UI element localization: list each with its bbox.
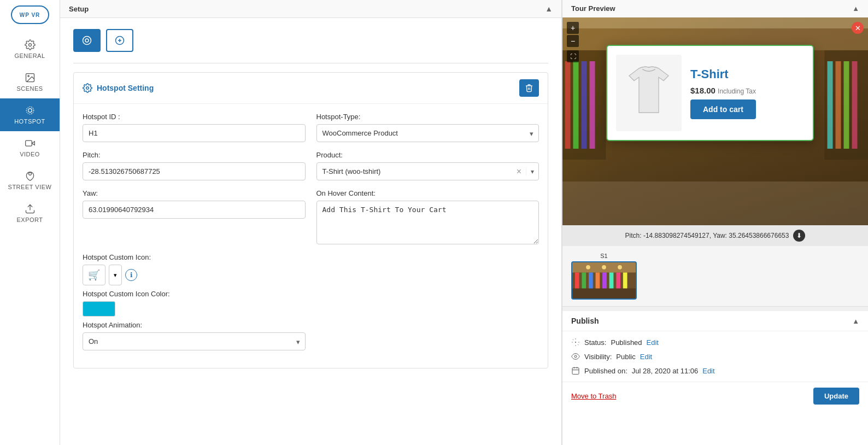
trash-icon: [525, 84, 533, 92]
yaw-label: Yaw:: [83, 189, 306, 197]
sidebar-item-hotspot[interactable]: HOTSPOT: [0, 98, 60, 131]
hotspot-edit-button[interactable]: [73, 29, 101, 52]
status-icon: [571, 338, 580, 347]
pitch-input[interactable]: [83, 162, 306, 180]
custom-icon-color-field: Hotspot Custom Icon Color:: [83, 290, 306, 317]
svg-point-14: [86, 87, 89, 90]
product-label: Product:: [316, 151, 539, 159]
published-label: Published on:: [584, 367, 627, 375]
svg-marker-6: [32, 142, 34, 145]
svg-rect-19: [573, 61, 579, 149]
hotspot-type-select[interactable]: WooCommerce Product Info Link Scene: [316, 124, 539, 142]
svg-line-46: [578, 344, 578, 345]
scene-label: S1: [571, 253, 637, 259]
svg-rect-30: [572, 289, 636, 299]
animation-select[interactable]: On Off: [83, 332, 306, 350]
gear-icon: [25, 39, 36, 50]
pitch-yaw-text: Pitch: -14.883098274549127, Yaw: 35.2645…: [625, 232, 789, 239]
scene-thumbnail[interactable]: S1: [571, 253, 637, 300]
product-select-wrapper: T-Shirt (woo-tshirt) × ▾: [316, 162, 539, 180]
hotspot-setting-section: Hotspot Setting Hotspot ID : Ho: [73, 72, 548, 368]
svg-point-10: [85, 39, 89, 42]
color-swatch[interactable]: [83, 301, 115, 317]
status-label: Status:: [584, 338, 606, 347]
video-icon: [25, 138, 36, 149]
sidebar-item-general[interactable]: GENERAL: [0, 33, 60, 66]
icon-info-button[interactable]: ℹ: [125, 269, 137, 281]
sidebar-item-label: VIDEO: [20, 151, 40, 157]
published-value: Jul 28, 2020 at 11:06: [632, 367, 698, 375]
animation-select-wrapper: On Off ▾: [83, 332, 306, 350]
product-clear-button[interactable]: ×: [512, 167, 526, 177]
svg-rect-26: [852, 61, 858, 149]
hotspot-delete-button[interactable]: [519, 79, 539, 97]
hotspot-section-title-text: Hotspot Setting: [97, 84, 154, 92]
setup-panel: Setup ▲ Hotspot Setting: [60, 0, 562, 445]
sidebar-item-video[interactable]: VIDEO: [0, 131, 60, 164]
hotspot-icon: [25, 105, 36, 116]
product-card-close-button[interactable]: ✕: [852, 22, 864, 34]
pitch-field: Pitch:: [83, 151, 306, 180]
form-row-icon: Hotspot Custom Icon: 🛒 ▾ ℹ: [83, 253, 539, 285]
published-edit-link[interactable]: Edit: [702, 367, 714, 375]
on-hover-label: On Hover Content:: [316, 189, 539, 197]
product-card-info: T-Shirt $18.00 Including Tax Add to cart: [690, 55, 756, 131]
pitch-yaw-bar: Pitch: -14.883098274549127, Yaw: 35.2645…: [562, 225, 868, 246]
sidebar-item-label: HOTSPOT: [14, 118, 45, 125]
publish-body: Status: Published Edit Visibility: Publi…: [562, 331, 868, 382]
product-price: $18.00 Including Tax: [690, 86, 756, 95]
publish-date-row: Published on: Jul 28, 2020 at 11:06 Edit: [571, 366, 859, 375]
sidebar-item-street-view[interactable]: STREET VIEW: [0, 164, 60, 197]
form-row-1: Hotspot ID : Hotspot-Type: WooCommerce P…: [83, 113, 539, 142]
custom-icon-field: Hotspot Custom Icon: 🛒 ▾ ℹ: [83, 253, 306, 285]
zoom-out-button[interactable]: −: [567, 35, 579, 47]
svg-rect-27: [562, 181, 868, 225]
product-field: Product: T-Shirt (woo-tshirt) × ▾: [316, 151, 539, 180]
product-card: T-Shirt $18.00 Including Tax Add to cart: [606, 45, 814, 141]
export-icon: [25, 203, 36, 214]
svg-point-2: [27, 75, 29, 77]
publish-header[interactable]: Publish ▲: [562, 311, 868, 331]
visibility-label: Visibility:: [584, 353, 612, 361]
setup-collapse-button[interactable]: ▲: [545, 4, 553, 13]
status-edit-link[interactable]: Edit: [647, 338, 659, 347]
product-dropdown-arrow[interactable]: ▾: [526, 168, 538, 175]
svg-rect-24: [836, 61, 841, 149]
scene-image-content: [572, 262, 636, 298]
visibility-edit-link[interactable]: Edit: [640, 353, 652, 361]
sidebar-item-label: EXPORT: [16, 216, 43, 223]
custom-icon-color-label: Hotspot Custom Icon Color:: [83, 290, 306, 298]
svg-rect-20: [582, 61, 587, 149]
icon-dropdown-button[interactable]: ▾: [109, 265, 122, 285]
settings-icon: [83, 83, 92, 93]
publish-collapse-icon: ▲: [852, 317, 859, 325]
hotspot-toolbar: [73, 29, 548, 52]
svg-point-3: [28, 109, 32, 113]
sidebar-item-scenes[interactable]: SCENES: [0, 66, 60, 98]
hotspot-add-button[interactable]: [106, 29, 133, 52]
setup-content: Hotspot Setting Hotspot ID : Ho: [60, 18, 561, 445]
zoom-in-button[interactable]: +: [567, 22, 579, 34]
tour-preview-collapse[interactable]: ▲: [852, 4, 859, 13]
hotspot-form: Hotspot ID : Hotspot-Type: WooCommerce P…: [74, 104, 548, 368]
product-name: T-Shirt: [690, 67, 756, 81]
svg-point-42: [575, 342, 576, 342]
icon-preview[interactable]: 🛒: [83, 265, 105, 285]
sidebar-item-label: GENERAL: [14, 52, 45, 59]
sidebar-item-export[interactable]: EXPORT: [0, 197, 60, 230]
update-button[interactable]: Update: [813, 388, 859, 405]
svg-rect-37: [616, 273, 620, 289]
yaw-input[interactable]: [83, 201, 306, 219]
pitch-yaw-icon: ⬇: [793, 230, 805, 242]
fullscreen-button[interactable]: ⛶: [567, 50, 579, 62]
on-hover-textarea[interactable]: Add This T-Shirt To Your Cart: [316, 201, 539, 244]
svg-rect-18: [565, 61, 571, 149]
svg-rect-33: [589, 273, 593, 289]
svg-rect-38: [623, 273, 627, 289]
form-row-animation: Hotspot Animation: On Off ▾: [83, 321, 539, 350]
move-to-trash-button[interactable]: Move to Trash: [571, 392, 616, 400]
add-to-cart-button[interactable]: Add to cart: [690, 99, 756, 119]
hotspot-type-field: Hotspot-Type: WooCommerce Product Info L…: [316, 113, 539, 142]
hotspot-id-input[interactable]: [83, 124, 306, 142]
scene-thumb-image: [571, 261, 637, 300]
